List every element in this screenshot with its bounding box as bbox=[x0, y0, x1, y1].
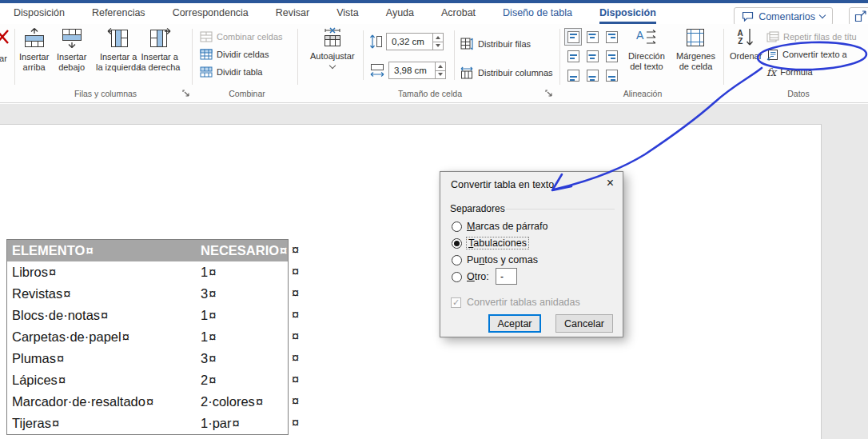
radio-selected-icon[interactable] bbox=[452, 238, 462, 249]
distribuir-filas-button[interactable]: Distribuir filas bbox=[460, 36, 531, 52]
spin-up-icon[interactable] bbox=[436, 36, 440, 39]
tab-disposicion-table[interactable]: Disposición bbox=[586, 3, 670, 24]
group-filas-y-columnas: Insertararriba Insertardebajo In bbox=[19, 24, 192, 102]
spin-down-icon[interactable] bbox=[438, 73, 443, 76]
align-top-left-button[interactable] bbox=[564, 28, 582, 46]
distribute-rows-icon bbox=[460, 38, 474, 50]
delete-x-icon bbox=[0, 27, 11, 46]
document-table: ELEMENTO¤ NECESARIO¤ Libros¤ 1¤ Revistas… bbox=[6, 239, 289, 435]
radio-icon[interactable] bbox=[452, 272, 462, 282]
table-cell[interactable]: Plumas¤ bbox=[7, 351, 196, 366]
align-center-left-button[interactable] bbox=[564, 47, 582, 65]
align-bottom-right-button[interactable] bbox=[603, 66, 620, 84]
table-cell[interactable]: 1¤ bbox=[196, 265, 288, 280]
radio-tabulaciones[interactable]: Tabulaciones bbox=[452, 237, 528, 249]
comments-button[interactable]: Comentarios bbox=[734, 7, 833, 26]
tab-ayuda[interactable]: Ayuda bbox=[372, 3, 428, 24]
align-center-button[interactable] bbox=[583, 47, 601, 65]
radio-icon[interactable] bbox=[452, 255, 462, 265]
other-separator-input[interactable] bbox=[496, 268, 517, 285]
close-icon[interactable]: × bbox=[607, 176, 614, 190]
table-cell[interactable]: 2·colores¤ bbox=[196, 394, 288, 409]
end-of-cell-mark: ¤ bbox=[280, 243, 287, 257]
tab-diseno-de-tabla[interactable]: Diseño de tabla bbox=[489, 3, 586, 24]
dialog-launcher-icon[interactable] bbox=[182, 90, 190, 98]
table-cell[interactable]: Tijeras¤ bbox=[7, 416, 196, 431]
tab-disposicion-page[interactable]: Disposición bbox=[0, 3, 78, 24]
autoajustar-button[interactable]: Autoajustar bbox=[310, 27, 355, 68]
radio-icon[interactable] bbox=[452, 221, 462, 232]
radio-otro[interactable]: Otro: bbox=[452, 271, 489, 282]
distribuir-columnas-button[interactable]: Distribuir columnas bbox=[460, 65, 553, 81]
header-cell-elemento[interactable]: ELEMENTO¤ bbox=[7, 243, 196, 258]
table-cell[interactable]: Marcador·de·resaltado¤ bbox=[7, 394, 196, 409]
share-button[interactable] bbox=[849, 7, 868, 26]
header-cell-necesario[interactable]: NECESARIO¤ bbox=[196, 243, 288, 258]
autofit-icon bbox=[322, 27, 343, 48]
end-of-cell-mark: ¤ bbox=[122, 329, 129, 344]
table-cell[interactable]: 3¤ bbox=[196, 286, 288, 301]
col-width-field-row: 3,98 cm bbox=[369, 62, 446, 78]
table-cell[interactable]: Blocs·de·notas¤ bbox=[7, 308, 196, 323]
document-canvas: ELEMENTO¤ NECESARIO¤ Libros¤ 1¤ Revistas… bbox=[0, 104, 868, 439]
table-cell[interactable]: 2¤ bbox=[196, 373, 288, 388]
table-cell[interactable]: 3¤ bbox=[196, 351, 288, 366]
end-of-cell-mark: ¤ bbox=[57, 351, 64, 365]
radio-puntos-y-comas[interactable]: Puntos y comas bbox=[452, 254, 538, 265]
tab-referencias[interactable]: Referencias bbox=[78, 3, 159, 24]
align-bottom-left-button[interactable] bbox=[564, 66, 582, 84]
spinner-buttons[interactable] bbox=[432, 34, 443, 50]
combinar-celdas-button[interactable]: Combinar celdas bbox=[200, 29, 283, 45]
tab-revisar[interactable]: Revisar bbox=[262, 3, 323, 24]
end-of-cell-mark: ¤ bbox=[63, 286, 70, 301]
formula-button[interactable]: fx Fórmula bbox=[766, 64, 813, 80]
col-width-input[interactable]: 3,98 cm bbox=[388, 62, 446, 79]
margenes-de-celda-button[interactable]: Márgenesde celda bbox=[676, 27, 715, 72]
insert-below-icon bbox=[60, 27, 84, 49]
table-cell[interactable]: 1¤ bbox=[196, 329, 288, 345]
table-cell[interactable]: Revistas¤ bbox=[7, 286, 196, 301]
group-divider bbox=[14, 29, 15, 85]
dialog-launcher-icon[interactable] bbox=[545, 90, 553, 98]
align-center-right-button[interactable] bbox=[603, 47, 620, 65]
spin-down-icon[interactable] bbox=[436, 44, 440, 47]
dividir-tabla-button[interactable]: Dividir tabla bbox=[200, 64, 262, 80]
sub-divider bbox=[363, 30, 364, 80]
end-of-cell-mark: ¤ bbox=[209, 351, 216, 365]
table-row: Plumas¤ 3¤ bbox=[7, 348, 288, 369]
group-divider bbox=[192, 29, 193, 85]
dividir-celdas-button[interactable]: Dividir celdas bbox=[200, 46, 269, 62]
table-cell[interactable]: Libros¤ bbox=[7, 265, 196, 280]
end-of-cell-mark: ¤ bbox=[209, 265, 216, 279]
align-top-right-button[interactable] bbox=[603, 28, 620, 46]
cancelar-button[interactable]: Cancelar bbox=[555, 314, 613, 333]
table-row: Tijeras¤ 1·par¤ bbox=[7, 413, 288, 434]
repetir-filas-titulo-button[interactable]: Repetir filas de títu bbox=[766, 29, 857, 45]
table-cell[interactable]: Carpetas·de·papel¤ bbox=[7, 329, 196, 345]
table-cell[interactable]: Lápices¤ bbox=[7, 373, 196, 388]
align-bottom-center-button[interactable] bbox=[583, 66, 601, 84]
radio-marcas-de-parrafo[interactable]: Marcas de párrafo bbox=[452, 221, 547, 232]
tab-acrobat[interactable]: Acrobat bbox=[428, 3, 489, 24]
chevron-down-icon bbox=[819, 12, 826, 18]
insert-right-button[interactable]: Insertar ala derecha bbox=[139, 27, 180, 73]
table-cell[interactable]: 1¤ bbox=[196, 308, 288, 323]
tab-correspondencia[interactable]: Correspondencia bbox=[159, 3, 262, 24]
direccion-del-texto-button[interactable]: A Direccióndel texto bbox=[628, 27, 665, 72]
svg-text:A: A bbox=[636, 29, 644, 42]
insert-left-button[interactable]: Insertar ala izquierda bbox=[96, 27, 141, 73]
insert-below-button[interactable]: Insertardebajo bbox=[57, 27, 86, 73]
group-combinar: Combinar celdas Dividir celdas Dividir t… bbox=[200, 24, 294, 102]
spinner-buttons[interactable] bbox=[435, 62, 445, 78]
aceptar-button[interactable]: Aceptar bbox=[488, 314, 541, 333]
convert-nested-tables-checkbox[interactable]: ✓ Convertir tablas anidadas bbox=[451, 297, 580, 308]
table-cell[interactable]: 1·par¤ bbox=[196, 416, 288, 431]
eliminar-button-clipped[interactable]: ar bbox=[0, 27, 13, 63]
spin-up-icon[interactable] bbox=[438, 65, 443, 68]
convertir-texto-a-button[interactable]: Convertir texto a bbox=[766, 46, 847, 62]
align-top-center-button[interactable] bbox=[583, 28, 601, 46]
ordenar-button[interactable]: AZ Ordenar bbox=[730, 27, 762, 62]
tab-vista[interactable]: Vista bbox=[323, 3, 372, 24]
insert-above-button[interactable]: Insertararriba bbox=[19, 27, 49, 73]
row-height-input[interactable]: 0,32 cm bbox=[386, 33, 444, 50]
